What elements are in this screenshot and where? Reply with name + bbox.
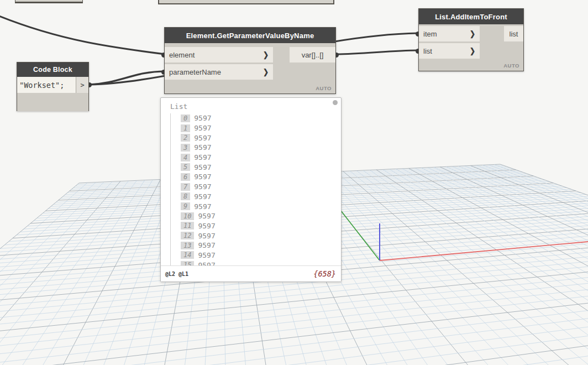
- lacing-badge[interactable]: AUTO: [503, 62, 519, 69]
- node-code-block-header[interactable]: Code Block: [17, 62, 88, 77]
- chevron-right-icon: ❯: [263, 67, 269, 76]
- code-block-output-port[interactable]: >: [76, 77, 88, 93]
- output-port-var[interactable]: var[]..[]: [290, 47, 335, 62]
- node-partial-top-middle[interactable]: [158, 0, 334, 4]
- chevron-right-icon: ❯: [470, 29, 475, 38]
- wire-var-to-list[interactable]: [336, 50, 418, 54]
- lacing-badge[interactable]: AUTO: [316, 85, 332, 91]
- wire-to-element-input[interactable]: [0, 15, 165, 54]
- chevron-right-icon: ❯: [263, 50, 269, 59]
- input-port-list[interactable]: list ❯: [419, 43, 480, 59]
- input-port-element[interactable]: element ❯: [165, 47, 273, 62]
- chevron-right-icon: ❯: [470, 46, 475, 55]
- code-block-code-input[interactable]: "Workset";: [17, 77, 76, 93]
- element-input-nub[interactable]: [161, 53, 164, 58]
- node-code-block[interactable]: Code Block "Workset"; >: [17, 62, 89, 111]
- node-list-add-item-to-front[interactable]: List.AddItemToFront item ❯ list ❯ list A…: [418, 8, 524, 71]
- code-block-body: [17, 93, 88, 111]
- input-port-item[interactable]: item ❯: [419, 26, 480, 41]
- parametername-input-nub[interactable]: [161, 70, 164, 75]
- output-port-list[interactable]: list: [504, 26, 523, 41]
- input-port-parametername[interactable]: parameterName ❯: [165, 64, 273, 80]
- list-input-nub[interactable]: [416, 49, 418, 54]
- dynamo-workspace-canvas[interactable]: List 09597195972959739597495975959769597…: [0, 0, 588, 365]
- item-input-nub[interactable]: [416, 32, 418, 36]
- node-partial-top-left[interactable]: [15, 0, 83, 3]
- node-get-parameter-header[interactable]: Element.GetParameterValueByName: [165, 28, 335, 43]
- node-add-item-header[interactable]: List.AddItemToFront: [419, 9, 523, 24]
- node-get-parameter-value-by-name[interactable]: Element.GetParameterValueByName element …: [164, 27, 336, 94]
